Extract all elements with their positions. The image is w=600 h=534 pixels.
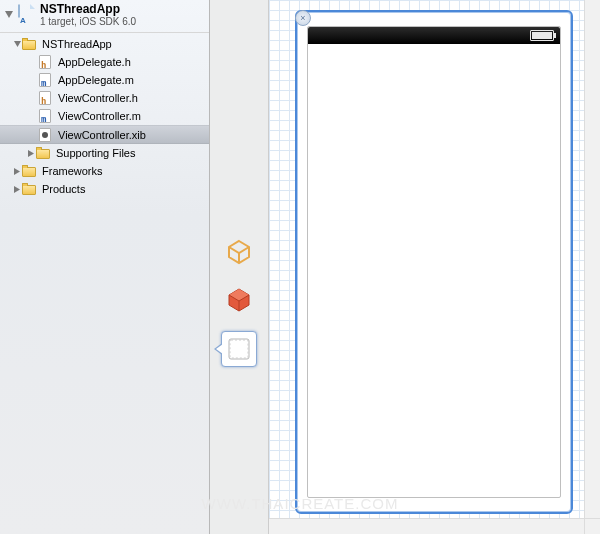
folder-icon	[36, 147, 50, 159]
folder-icon	[22, 183, 36, 195]
interface-builder-dock	[210, 0, 269, 534]
tree-file-selected[interactable]: ViewController.xib	[0, 125, 209, 144]
first-responder-icon[interactable]	[222, 283, 256, 317]
tree-file[interactable]: h ViewController.h	[0, 89, 209, 107]
xcode-project-icon: A	[18, 5, 34, 25]
tree-file[interactable]: m ViewController.m	[0, 107, 209, 125]
device-view-frame[interactable]: ×	[295, 10, 573, 514]
objc-header-icon: h	[38, 55, 52, 69]
svg-marker-2	[28, 150, 34, 157]
tree-item-label: Products	[38, 180, 85, 198]
placeholder-owner-icon[interactable]	[222, 235, 256, 269]
folder-icon	[22, 165, 36, 177]
scrollbar-corner	[584, 518, 600, 534]
svg-rect-10	[229, 339, 249, 359]
root-view[interactable]	[307, 26, 561, 498]
disclosure-triangle-icon[interactable]	[4, 10, 14, 20]
folder-icon	[22, 38, 36, 50]
status-bar	[308, 27, 560, 44]
project-title: NSThreadApp	[40, 3, 136, 16]
vertical-scrollbar[interactable]	[584, 0, 600, 534]
project-navigator: A NSThreadApp 1 target, iOS SDK 6.0 NSTh…	[0, 0, 210, 534]
tree-file[interactable]: h AppDelegate.h	[0, 53, 209, 71]
disclosure-triangle-icon[interactable]	[12, 40, 22, 49]
tree-group-root[interactable]: NSThreadApp	[0, 35, 209, 53]
disclosure-triangle-icon[interactable]	[26, 149, 36, 158]
file-tree: NSThreadApp h AppDelegate.h m AppDelegat…	[0, 33, 209, 198]
horizontal-scrollbar[interactable]	[269, 518, 585, 534]
tree-group-frameworks[interactable]: Frameworks	[0, 162, 209, 180]
disclosure-triangle-icon[interactable]	[12, 185, 22, 194]
tree-item-label: ViewController.m	[54, 107, 141, 125]
svg-marker-4	[14, 186, 20, 193]
tree-item-label: AppDelegate.h	[54, 53, 131, 71]
objc-header-icon: h	[38, 91, 52, 105]
svg-marker-1	[14, 41, 21, 47]
project-header-row[interactable]: A NSThreadApp 1 target, iOS SDK 6.0	[0, 0, 209, 33]
tree-item-label: Frameworks	[38, 162, 103, 180]
disclosure-triangle-icon[interactable]	[12, 167, 22, 176]
tree-group-products[interactable]: Products	[0, 180, 209, 198]
battery-icon	[530, 30, 554, 41]
close-scene-button[interactable]: ×	[295, 10, 311, 26]
tree-item-label: Supporting Files	[52, 144, 136, 162]
objc-impl-icon: m	[38, 109, 52, 123]
view-icon[interactable]	[221, 331, 257, 367]
tree-item-label: NSThreadApp	[38, 35, 112, 53]
tree-item-label: ViewController.h	[54, 89, 138, 107]
tree-item-label: AppDelegate.m	[54, 71, 134, 89]
interface-builder-canvas[interactable]: ×	[269, 0, 600, 534]
project-subtitle: 1 target, iOS SDK 6.0	[40, 16, 136, 27]
svg-marker-3	[14, 168, 20, 175]
tree-item-label: ViewController.xib	[54, 126, 146, 144]
tree-group-supporting[interactable]: Supporting Files	[0, 144, 209, 162]
objc-impl-icon: m	[38, 73, 52, 87]
tree-file[interactable]: m AppDelegate.m	[0, 71, 209, 89]
xib-file-icon	[38, 128, 52, 142]
svg-marker-0	[5, 11, 13, 18]
